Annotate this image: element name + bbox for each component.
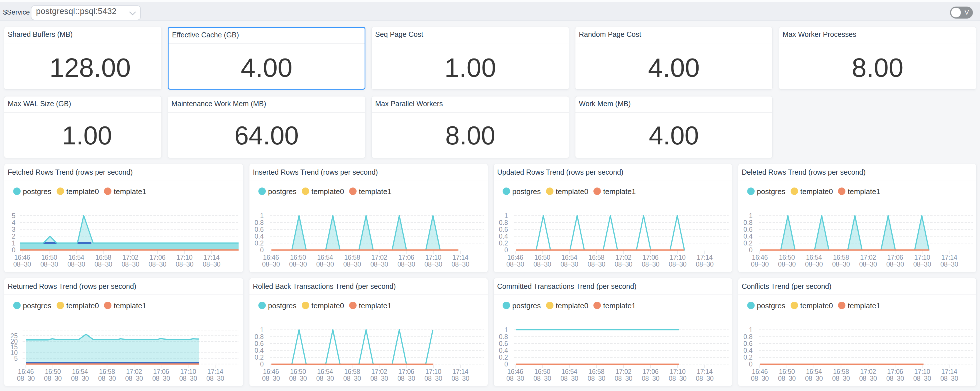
svg-text:17:10: 17:10 bbox=[177, 254, 192, 261]
svg-text:17:14: 17:14 bbox=[453, 368, 469, 375]
svg-text:08–30: 08–30 bbox=[152, 375, 170, 382]
svg-text:17:02: 17:02 bbox=[860, 368, 876, 375]
svg-text:16:46: 16:46 bbox=[752, 254, 768, 261]
svg-text:16:58: 16:58 bbox=[833, 254, 849, 261]
svg-text:08–30: 08–30 bbox=[940, 375, 958, 382]
svg-text:template1: template1 bbox=[848, 301, 880, 310]
svg-text:08–30: 08–30 bbox=[262, 375, 280, 382]
svg-text:17:02: 17:02 bbox=[371, 254, 387, 261]
svg-text:1: 1 bbox=[749, 212, 752, 220]
svg-text:16:50: 16:50 bbox=[534, 368, 550, 375]
svg-text:16:54: 16:54 bbox=[806, 254, 822, 261]
svg-text:0.8: 0.8 bbox=[499, 219, 508, 226]
svg-text:0.8: 0.8 bbox=[255, 219, 264, 226]
svg-text:08–30: 08–30 bbox=[506, 375, 524, 382]
svg-text:17:14: 17:14 bbox=[697, 368, 713, 375]
svg-text:08–30: 08–30 bbox=[588, 375, 605, 382]
svg-text:16:50: 16:50 bbox=[41, 254, 57, 261]
svg-text:template0: template0 bbox=[66, 301, 99, 310]
svg-text:template1: template1 bbox=[359, 187, 391, 196]
svg-text:08–30: 08–30 bbox=[614, 261, 632, 268]
svg-text:08–30: 08–30 bbox=[452, 375, 469, 382]
svg-text:08–30: 08–30 bbox=[533, 375, 551, 382]
svg-text:08–30: 08–30 bbox=[370, 375, 388, 382]
svg-text:17:10: 17:10 bbox=[914, 254, 930, 261]
svg-text:08–30: 08–30 bbox=[533, 261, 551, 268]
svg-text:0.2: 0.2 bbox=[255, 239, 264, 247]
svg-text:0.2: 0.2 bbox=[743, 239, 752, 247]
svg-text:0.6: 0.6 bbox=[743, 226, 752, 233]
svg-text:08–30: 08–30 bbox=[262, 261, 280, 268]
svg-text:postgres: postgres bbox=[757, 301, 786, 310]
svg-text:08–30: 08–30 bbox=[125, 375, 143, 382]
svg-text:template0: template0 bbox=[800, 301, 833, 310]
svg-text:16:46: 16:46 bbox=[263, 368, 279, 375]
svg-text:17:14: 17:14 bbox=[453, 254, 469, 261]
svg-text:08–30: 08–30 bbox=[180, 375, 197, 382]
svg-text:0.2: 0.2 bbox=[255, 354, 264, 361]
svg-text:16:46: 16:46 bbox=[508, 254, 523, 261]
svg-text:postgres: postgres bbox=[512, 301, 541, 310]
svg-text:16:46: 16:46 bbox=[752, 368, 768, 375]
svg-text:08–30: 08–30 bbox=[98, 375, 116, 382]
svg-text:0: 0 bbox=[504, 246, 508, 254]
svg-text:16:54: 16:54 bbox=[806, 368, 822, 375]
svg-text:08–30: 08–30 bbox=[316, 375, 334, 382]
svg-text:08–30: 08–30 bbox=[121, 261, 139, 268]
svg-text:08–30: 08–30 bbox=[940, 261, 958, 268]
svg-text:17:10: 17:10 bbox=[180, 368, 196, 375]
svg-text:template0: template0 bbox=[556, 301, 588, 310]
svg-text:0: 0 bbox=[260, 361, 264, 368]
svg-text:08–30: 08–30 bbox=[206, 375, 224, 382]
svg-text:17:14: 17:14 bbox=[942, 368, 958, 375]
svg-text:08–30: 08–30 bbox=[778, 375, 796, 382]
svg-text:0.8: 0.8 bbox=[743, 333, 752, 340]
svg-text:template0: template0 bbox=[66, 187, 99, 196]
svg-text:17:14: 17:14 bbox=[942, 254, 958, 261]
svg-text:08–30: 08–30 bbox=[751, 375, 768, 382]
svg-text:08–30: 08–30 bbox=[344, 261, 361, 268]
svg-text:08–30: 08–30 bbox=[832, 375, 850, 382]
svg-text:08–30: 08–30 bbox=[642, 261, 659, 268]
svg-text:08–30: 08–30 bbox=[832, 261, 850, 268]
svg-text:postgres: postgres bbox=[757, 187, 786, 196]
svg-text:0.4: 0.4 bbox=[255, 233, 264, 240]
svg-text:16:58: 16:58 bbox=[589, 254, 605, 261]
svg-text:0.4: 0.4 bbox=[743, 233, 752, 240]
svg-text:template1: template1 bbox=[114, 301, 146, 310]
svg-text:template1: template1 bbox=[603, 187, 636, 196]
svg-text:16:50: 16:50 bbox=[779, 368, 795, 375]
svg-text:16:50: 16:50 bbox=[45, 368, 61, 375]
svg-text:17:06: 17:06 bbox=[887, 254, 903, 261]
svg-text:08–30: 08–30 bbox=[859, 375, 877, 382]
svg-text:08–30: 08–30 bbox=[44, 375, 62, 382]
svg-text:08–30: 08–30 bbox=[751, 261, 768, 268]
svg-text:08–30: 08–30 bbox=[289, 375, 307, 382]
svg-text:17:02: 17:02 bbox=[860, 254, 876, 261]
svg-text:16:54: 16:54 bbox=[68, 254, 84, 261]
svg-text:0: 0 bbox=[749, 246, 752, 254]
svg-text:17:06: 17:06 bbox=[398, 368, 414, 375]
svg-text:08–30: 08–30 bbox=[176, 261, 193, 268]
svg-text:08–30: 08–30 bbox=[316, 261, 334, 268]
svg-text:postgres: postgres bbox=[23, 301, 51, 310]
svg-text:postgres: postgres bbox=[23, 187, 51, 196]
svg-text:4: 4 bbox=[12, 219, 16, 226]
svg-text:0.6: 0.6 bbox=[743, 340, 752, 347]
svg-text:08–30: 08–30 bbox=[506, 261, 524, 268]
svg-text:16:46: 16:46 bbox=[508, 368, 523, 375]
svg-text:16:46: 16:46 bbox=[18, 368, 34, 375]
svg-text:0.4: 0.4 bbox=[743, 347, 752, 354]
svg-text:17:06: 17:06 bbox=[150, 254, 165, 261]
svg-text:08–30: 08–30 bbox=[886, 261, 904, 268]
svg-text:08–30: 08–30 bbox=[71, 375, 89, 382]
svg-text:0.4: 0.4 bbox=[499, 233, 508, 240]
svg-text:17:06: 17:06 bbox=[887, 368, 903, 375]
svg-text:16:54: 16:54 bbox=[562, 368, 578, 375]
svg-text:17:06: 17:06 bbox=[643, 254, 659, 261]
svg-text:17:10: 17:10 bbox=[425, 254, 441, 261]
svg-text:16:58: 16:58 bbox=[99, 368, 115, 375]
svg-text:1: 1 bbox=[504, 212, 508, 220]
svg-text:template1: template1 bbox=[114, 187, 146, 196]
svg-text:0.2: 0.2 bbox=[743, 354, 752, 361]
